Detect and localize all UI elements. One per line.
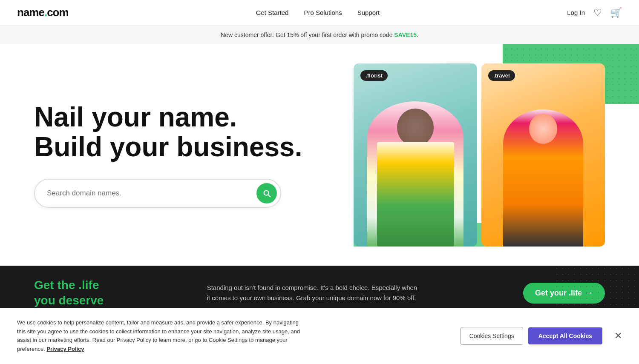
logo-com: com	[47, 6, 68, 19]
hero-title-line1: Nail your name.	[34, 102, 237, 132]
travel-badge: .travel	[488, 70, 515, 81]
cookie-close-button[interactable]: ✕	[614, 331, 622, 341]
nav-links: Get Started Pro Solutions Support	[256, 9, 380, 16]
life-title-line2: you deserve	[34, 294, 104, 307]
life-banner-text: Get the .life you deserve	[34, 278, 104, 309]
life-title-highlight: .life	[78, 278, 99, 292]
search-bar	[34, 179, 281, 208]
promo-suffix: .	[417, 32, 418, 38]
nav-get-started[interactable]: Get Started	[256, 9, 289, 16]
life-description-text: Standing out isn't found in compromise. …	[207, 283, 420, 303]
arrow-icon: →	[585, 289, 593, 298]
search-icon	[262, 189, 271, 198]
life-cta-text: Get your .life	[535, 289, 582, 298]
search-button[interactable]	[256, 183, 277, 203]
privacy-policy-link[interactable]: Privacy Policy	[46, 346, 84, 352]
hero-title: Nail your name. Build your business.	[34, 102, 348, 162]
cookie-text-block: We use cookies to help personalize conte…	[17, 318, 307, 354]
life-title-prefix: Get the	[34, 278, 78, 292]
login-link[interactable]: Log In	[567, 9, 585, 16]
hero-image-florist: .florist	[354, 63, 477, 246]
nav-pro-solutions[interactable]: Pro Solutions	[304, 9, 342, 16]
cookie-actions: Cookies Settings Accept All Cookies ✕	[461, 327, 622, 345]
wishlist-icon[interactable]: ♡	[593, 7, 602, 18]
promo-code[interactable]: SAVE15	[394, 32, 417, 38]
nav-support[interactable]: Support	[357, 9, 380, 16]
nav-right: Log In ♡ 🛒	[567, 7, 622, 18]
life-cta-button[interactable]: Get your .life →	[523, 283, 605, 304]
hero-title-line2: Build your business.	[34, 132, 302, 162]
search-input[interactable]	[47, 189, 256, 198]
main-nav: name.com Get Started Pro Solutions Suppo…	[0, 0, 639, 26]
hero-image-travel: .travel	[481, 63, 605, 246]
hero-section: Nail your name. Build your business. .fl…	[0, 44, 639, 266]
florist-badge: .florist	[360, 70, 388, 81]
logo-text: name	[17, 6, 44, 19]
promo-banner: New customer offer: Get 15% off your fir…	[0, 26, 639, 44]
life-banner-description: Standing out isn't found in compromise. …	[207, 283, 420, 303]
logo[interactable]: name.com	[17, 6, 69, 19]
hero-content: Nail your name. Build your business.	[34, 102, 348, 208]
hero-images: .florist .travel	[354, 63, 605, 246]
life-banner-title: Get the .life you deserve	[34, 278, 104, 309]
accept-all-cookies-button[interactable]: Accept All Cookies	[528, 327, 602, 344]
cart-icon[interactable]: 🛒	[610, 7, 622, 18]
promo-text: New customer offer: Get 15% off your fir…	[221, 32, 394, 38]
cookie-banner: We use cookies to help personalize conte…	[0, 308, 639, 357]
cookies-settings-button[interactable]: Cookies Settings	[461, 327, 523, 345]
